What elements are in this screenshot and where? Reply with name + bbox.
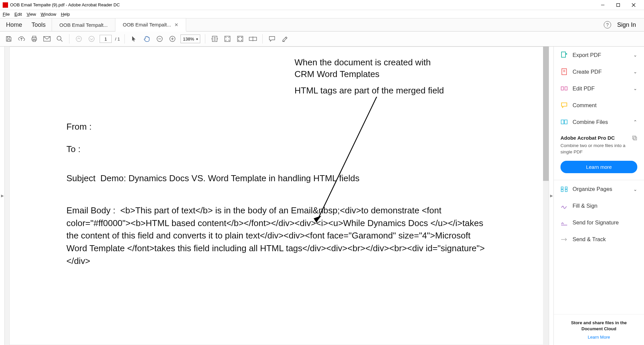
body-label: Email Body : <box>66 205 115 215</box>
fullscreen-icon[interactable] <box>235 34 245 44</box>
to-field: To : <box>66 143 487 156</box>
svg-point-13 <box>89 36 94 42</box>
body-row: Email Body : <b>This part of text</b> is… <box>66 204 487 267</box>
svg-rect-32 <box>565 87 567 90</box>
tool-label: Send & Track <box>573 236 606 243</box>
send-signature-icon <box>560 219 568 226</box>
svg-rect-27 <box>561 52 566 57</box>
tool-send-track[interactable]: Send & Track <box>554 231 644 248</box>
chevron-up-icon: ⌃ <box>633 119 637 125</box>
save-icon[interactable] <box>4 34 13 44</box>
svg-rect-4 <box>7 37 10 38</box>
menu-help[interactable]: Help <box>61 12 70 17</box>
promo-title: Adobe Acrobat Pro DC <box>560 135 615 141</box>
tool-label: Create PDF <box>573 69 602 75</box>
svg-marker-26 <box>314 216 321 222</box>
menu-file[interactable]: File <box>3 12 10 17</box>
subject-row: Subject Demo: Dynamics Docs VS. Word Tem… <box>66 172 487 185</box>
svg-rect-31 <box>561 87 564 90</box>
document-tab-1[interactable]: OOB Email Tempalt... <box>52 18 115 31</box>
cloud-upload-icon[interactable] <box>17 34 26 44</box>
promo-description: Combine two or more files into a single … <box>560 143 637 155</box>
tab-close-icon[interactable]: ✕ <box>174 22 178 27</box>
comment-speech-icon[interactable] <box>267 34 277 44</box>
highlight-icon[interactable] <box>280 34 289 44</box>
footer-text: Store and share files in the Document Cl… <box>560 320 637 332</box>
fit-width-icon[interactable] <box>210 34 219 44</box>
right-panel-handle[interactable]: ▶ <box>549 47 553 345</box>
search-icon[interactable] <box>55 34 64 44</box>
hand-tool-icon[interactable] <box>142 34 152 44</box>
tool-label: Send for Signature <box>573 219 619 226</box>
svg-rect-8 <box>33 40 36 42</box>
maximize-button[interactable] <box>610 0 626 10</box>
zoom-select[interactable]: 138% ▾ <box>180 34 200 43</box>
annotation-line2: CRM Word Templates <box>294 68 444 80</box>
svg-rect-38 <box>565 187 567 189</box>
zoom-in-icon[interactable] <box>168 34 177 44</box>
main-area: ▶ When the document is created with CRM … <box>0 47 644 345</box>
nav-home[interactable]: Home <box>6 21 22 28</box>
zoom-value: 138% <box>183 37 194 42</box>
chevron-down-icon: ⌄ <box>633 52 637 58</box>
svg-rect-7 <box>32 38 37 40</box>
print-icon[interactable] <box>30 34 39 44</box>
svg-rect-40 <box>565 190 567 192</box>
fill-sign-icon <box>560 202 568 210</box>
fit-page-icon[interactable] <box>223 34 232 44</box>
minimize-button[interactable] <box>595 0 610 10</box>
tool-organize-pages[interactable]: Organize Pages ⌄ <box>554 181 644 198</box>
svg-rect-35 <box>633 136 636 139</box>
copy-icon <box>632 135 637 141</box>
scrollbar-thumb[interactable] <box>543 47 549 181</box>
nav-fixed: Home Tools <box>0 18 52 31</box>
menu-view[interactable]: View <box>26 12 36 17</box>
tool-send-signature[interactable]: Send for Signature <box>554 214 644 231</box>
panel-footer: Store and share files in the Document Cl… <box>554 314 644 345</box>
tab-label: OOB Email Tempalt... <box>59 22 108 28</box>
tool-label: Edit PDF <box>573 85 595 92</box>
document-content: From : To : Subject Demo: Dynamics Docs … <box>66 120 487 267</box>
select-tool-icon[interactable] <box>129 34 139 44</box>
vertical-scrollbar[interactable] <box>543 47 549 345</box>
tool-create-pdf[interactable]: Create PDF ⌄ <box>554 63 644 80</box>
svg-rect-5 <box>7 40 10 41</box>
document-page: When the document is created with CRM Wo… <box>9 47 544 345</box>
svg-rect-34 <box>565 120 567 124</box>
nav-tools[interactable]: Tools <box>32 21 46 28</box>
document-tab-2[interactable]: OOB Email Tempalt... ✕ <box>115 18 186 31</box>
chevron-down-icon: ▾ <box>196 37 198 41</box>
tool-export-pdf[interactable]: Export PDF ⌄ <box>554 47 644 63</box>
send-track-icon <box>560 236 568 243</box>
zoom-out-icon[interactable] <box>155 34 164 44</box>
page-up-icon[interactable] <box>74 34 84 44</box>
document-viewport[interactable]: When the document is created with CRM Wo… <box>5 47 549 345</box>
annotation-line1: When the document is created with <box>294 57 444 68</box>
svg-point-10 <box>57 36 61 40</box>
left-panel-handle[interactable]: ▶ <box>0 47 5 345</box>
tool-fill-sign[interactable]: Fill & Sign <box>554 198 644 214</box>
subject-label: Subject <box>66 173 96 183</box>
chevron-down-icon: ⌄ <box>633 86 637 91</box>
tool-edit-pdf[interactable]: Edit PDF ⌄ <box>554 80 644 97</box>
toolbar-separator <box>69 34 69 44</box>
page-total-label: / 1 <box>115 37 120 42</box>
menu-edit[interactable]: Edit <box>14 12 22 17</box>
menu-window[interactable]: Window <box>41 12 56 17</box>
tool-comment[interactable]: Comment <box>554 97 644 114</box>
annotation-block: When the document is created with CRM Wo… <box>294 57 444 96</box>
read-mode-icon[interactable] <box>248 34 258 44</box>
sign-in-link[interactable]: Sign In <box>617 21 636 28</box>
email-icon[interactable] <box>42 34 52 44</box>
edit-pdf-icon <box>560 85 568 92</box>
tool-combine-files[interactable]: Combine Files ⌃ <box>554 114 644 130</box>
footer-learn-more-link[interactable]: Learn More <box>560 335 637 340</box>
organize-pages-icon <box>560 186 568 193</box>
page-down-icon[interactable] <box>87 34 96 44</box>
learn-more-button[interactable]: Learn more <box>560 161 637 173</box>
svg-rect-6 <box>33 36 36 38</box>
help-icon[interactable]: ? <box>604 21 611 28</box>
toolbar-separator <box>262 34 263 44</box>
close-button[interactable] <box>626 0 641 10</box>
page-number-input[interactable] <box>100 35 112 43</box>
